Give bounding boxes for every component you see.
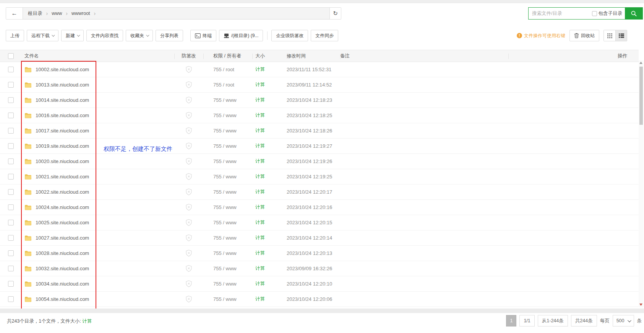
breadcrumb-item-www[interactable]: www <box>52 11 62 16</box>
breadcrumb-item-root[interactable]: 根目录 <box>28 10 42 17</box>
upload-button[interactable]: 上传 <box>6 30 24 41</box>
select-all-checkbox[interactable] <box>8 53 14 59</box>
file-size-link[interactable]: 计算 <box>255 281 265 286</box>
shield-off-icon[interactable] <box>185 250 192 257</box>
table-row[interactable]: 10027.site.niucloud.com 755 / www 计算 202… <box>0 230 639 246</box>
file-size-link[interactable]: 计算 <box>255 235 265 240</box>
table-row[interactable]: 10024.site.niucloud.com 755 / www 计算 202… <box>0 200 639 215</box>
shield-off-icon[interactable] <box>185 204 192 211</box>
refresh-button[interactable]: ↻ <box>329 8 341 19</box>
recycle-bin-button[interactable]: 回收站 <box>569 30 599 41</box>
table-row[interactable]: 10034.site.niucloud.com 755 / www 计算 202… <box>0 276 639 292</box>
shield-off-icon[interactable] <box>185 173 192 180</box>
file-size-link[interactable]: 计算 <box>255 67 265 72</box>
table-row[interactable]: 10021.site.niucloud.com 755 / www 计算 202… <box>0 169 639 184</box>
header-note[interactable]: 备注 <box>340 53 350 59</box>
favorites-button[interactable]: 收藏夹 <box>126 30 153 41</box>
header-filename[interactable]: 文件名 <box>24 53 39 59</box>
shield-off-icon[interactable] <box>185 81 192 88</box>
table-row[interactable]: 10014.site.niucloud.com 755 / www 计算 202… <box>0 93 639 108</box>
file-name[interactable]: 10054.site.niucloud.com <box>36 296 89 302</box>
page-total-count[interactable]: 共244条 <box>571 315 597 326</box>
file-size-link[interactable]: 计算 <box>255 296 265 302</box>
table-row[interactable]: 10019.site.niucloud.com 755 / www 计算 202… <box>0 139 639 154</box>
search-input[interactable] <box>529 11 592 16</box>
shield-off-icon[interactable] <box>185 234 192 242</box>
include-subdir-option[interactable]: 包含子目录 <box>592 10 625 17</box>
row-checkbox[interactable] <box>8 174 14 180</box>
summary-size-link[interactable]: 计算 <box>82 318 92 324</box>
row-checkbox[interactable] <box>8 266 14 271</box>
table-row[interactable]: 10028.site.niucloud.com 755 / www 计算 202… <box>0 246 639 261</box>
file-size-link[interactable]: 计算 <box>255 266 265 271</box>
row-checkbox[interactable] <box>8 158 14 164</box>
table-row[interactable]: 10054.site.niucloud.com 755 / www 计算 202… <box>0 292 639 307</box>
grid-view-button[interactable] <box>604 30 615 41</box>
shield-off-icon[interactable] <box>185 219 192 226</box>
shield-off-icon[interactable] <box>185 96 192 104</box>
shield-off-icon[interactable] <box>185 280 192 287</box>
file-name[interactable]: 10017.site.niucloud.com <box>36 128 89 134</box>
row-checkbox[interactable] <box>8 281 14 287</box>
file-name[interactable]: 10020.site.niucloud.com <box>36 158 89 164</box>
shield-off-icon[interactable] <box>185 112 192 119</box>
row-checkbox[interactable] <box>8 220 14 225</box>
header-size[interactable]: 大小 <box>255 53 265 59</box>
shield-off-icon[interactable] <box>185 158 192 165</box>
per-page-select[interactable]: 500 <box>613 315 634 326</box>
header-permission-owner[interactable]: 权限 / 所有者 <box>213 53 241 59</box>
table-row[interactable]: 10025.site.niucloud.com 755 / www 计算 202… <box>0 215 639 230</box>
share-list-button[interactable]: 分享列表 <box>156 30 183 41</box>
table-row[interactable]: 10013.site.niucloud.com 755 / root 计算 20… <box>0 77 639 93</box>
new-button[interactable]: 新建 <box>61 30 84 41</box>
table-row[interactable]: 10020.site.niucloud.com 755 / www 计算 202… <box>0 154 639 169</box>
file-name[interactable]: 10002.site.niucloud.com <box>36 67 89 72</box>
header-modified-time[interactable]: 修改时间 <box>287 53 306 59</box>
scrollbar-thumb[interactable] <box>639 67 643 125</box>
scrollbar-up-icon[interactable] <box>639 62 642 64</box>
table-row[interactable]: 10002.site.niucloud.com 755 / root 计算 20… <box>0 62 639 77</box>
shield-off-icon[interactable] <box>185 142 192 150</box>
vertical-scrollbar[interactable] <box>639 60 644 307</box>
file-size-link[interactable]: 计算 <box>255 189 265 194</box>
row-checkbox[interactable] <box>8 113 14 118</box>
shield-off-icon[interactable] <box>185 127 192 134</box>
shield-off-icon[interactable] <box>185 295 192 303</box>
back-button[interactable]: ← <box>6 8 23 19</box>
file-name[interactable]: 10024.site.niucloud.com <box>36 204 89 210</box>
search-button[interactable] <box>625 8 642 19</box>
file-size-link[interactable]: 计算 <box>255 113 265 118</box>
file-name[interactable]: 10014.site.niucloud.com <box>36 97 89 103</box>
page-range[interactable]: 从1-244条 <box>538 315 568 326</box>
remote-download-button[interactable]: 远程下载 <box>27 30 58 41</box>
file-name[interactable]: 10019.site.niucloud.com <box>36 143 89 149</box>
file-size-link[interactable]: 计算 <box>255 97 265 103</box>
table-row[interactable]: 10017.site.niucloud.com 755 / www 计算 202… <box>0 123 639 139</box>
file-size-link[interactable]: 计算 <box>255 250 265 256</box>
row-checkbox[interactable] <box>8 235 14 241</box>
page-current[interactable]: 1 <box>506 315 516 326</box>
row-checkbox[interactable] <box>8 296 14 302</box>
file-name[interactable]: 10025.site.niucloud.com <box>36 220 89 225</box>
row-checkbox[interactable] <box>8 250 14 256</box>
tamper-proof-button[interactable]: 企业级防篡改 <box>271 30 308 41</box>
row-checkbox[interactable] <box>8 128 14 134</box>
page-of-total[interactable]: 1/1 <box>519 315 534 326</box>
terminal-button[interactable]: 终端 <box>190 30 216 41</box>
root-disk-button[interactable]: /(根目录) (9... <box>219 30 263 41</box>
shield-off-icon[interactable] <box>185 265 192 272</box>
header-tamper-proof[interactable]: 防篡改 <box>182 53 196 59</box>
shield-off-icon[interactable] <box>185 66 192 73</box>
table-row[interactable]: 10022.site.niucloud.com 755 / www 计算 202… <box>0 184 639 200</box>
file-size-link[interactable]: 计算 <box>255 174 265 179</box>
row-checkbox[interactable] <box>8 82 14 88</box>
file-name[interactable]: 10034.site.niucloud.com <box>36 281 89 287</box>
list-view-button[interactable] <box>615 30 627 41</box>
file-name[interactable]: 10022.site.niucloud.com <box>36 189 89 195</box>
file-name[interactable]: 10016.site.niucloud.com <box>36 113 89 118</box>
row-checkbox[interactable] <box>8 143 14 149</box>
file-size-link[interactable]: 计算 <box>255 82 265 87</box>
file-size-link[interactable]: 计算 <box>255 158 265 164</box>
row-checkbox[interactable] <box>8 189 14 195</box>
file-size-link[interactable]: 计算 <box>255 143 265 149</box>
